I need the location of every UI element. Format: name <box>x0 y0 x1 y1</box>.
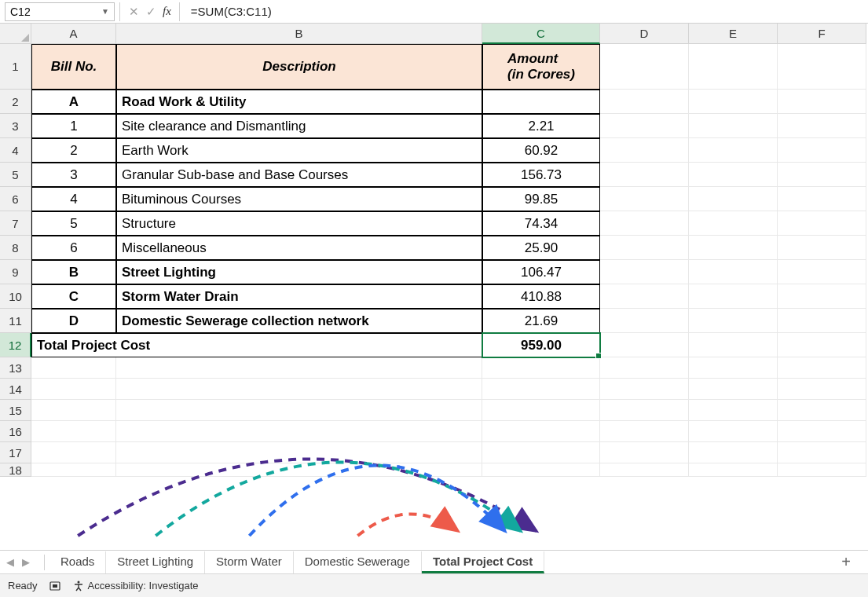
name-box[interactable]: C12 ▼ <box>5 2 115 21</box>
data-amt-8[interactable]: 410.88 <box>482 284 600 309</box>
row-header-7[interactable]: 7 <box>0 211 31 236</box>
data-bill-0[interactable]: A <box>31 90 116 114</box>
empty-cell[interactable] <box>482 379 600 400</box>
empty-cell[interactable] <box>778 379 866 400</box>
empty-cell[interactable] <box>116 379 482 400</box>
cancel-formula-button[interactable]: ✕ <box>125 3 142 20</box>
empty-cell[interactable] <box>600 211 689 236</box>
data-desc-5[interactable]: Structure <box>116 211 482 236</box>
empty-cell[interactable] <box>778 187 866 211</box>
empty-cell[interactable] <box>482 421 600 442</box>
empty-cell[interactable] <box>778 114 866 138</box>
empty-cell[interactable] <box>778 400 866 421</box>
empty-cell[interactable] <box>689 163 778 187</box>
empty-cell[interactable] <box>600 309 689 333</box>
empty-cell[interactable] <box>778 333 866 357</box>
empty-cell[interactable] <box>778 421 866 442</box>
row-header-9[interactable]: 9 <box>0 260 31 284</box>
empty-cell[interactable] <box>600 357 689 379</box>
data-amt-2[interactable]: 60.92 <box>482 138 600 163</box>
empty-cell[interactable] <box>778 163 866 187</box>
empty-cell[interactable] <box>600 442 689 463</box>
empty-cell[interactable] <box>778 44 866 90</box>
empty-cell[interactable] <box>482 463 600 477</box>
empty-cell[interactable] <box>31 357 116 379</box>
empty-cell[interactable] <box>689 236 778 260</box>
sheet-tab-roads[interactable]: Roads <box>49 551 106 573</box>
sheet-tab-storm-water[interactable]: Storm Water <box>205 551 294 573</box>
empty-cell[interactable] <box>600 421 689 442</box>
tab-nav-arrows[interactable]: ◀ ▶ <box>6 556 44 568</box>
data-bill-2[interactable]: 2 <box>31 138 116 163</box>
data-amt-7[interactable]: 106.47 <box>482 260 600 284</box>
row-header-14[interactable]: 14 <box>0 379 31 400</box>
data-bill-4[interactable]: 4 <box>31 187 116 211</box>
empty-cell[interactable] <box>482 357 600 379</box>
empty-cell[interactable] <box>600 90 689 114</box>
empty-cell[interactable] <box>689 463 778 477</box>
empty-cell[interactable] <box>689 90 778 114</box>
row-header-12[interactable]: 12 <box>0 333 31 357</box>
data-desc-0[interactable]: Road Work & Utility <box>116 90 482 114</box>
empty-cell[interactable] <box>689 421 778 442</box>
empty-cell[interactable] <box>31 463 116 477</box>
data-amt-1[interactable]: 2.21 <box>482 114 600 138</box>
empty-cell[interactable] <box>778 90 866 114</box>
row-header-17[interactable]: 17 <box>0 442 31 463</box>
select-all-corner[interactable] <box>0 24 31 44</box>
row-header-1[interactable]: 1 <box>0 44 31 90</box>
header-description[interactable]: Description <box>116 44 482 90</box>
data-amt-6[interactable]: 25.90 <box>482 236 600 260</box>
data-desc-3[interactable]: Granular Sub-base and Base Courses <box>116 163 482 187</box>
fx-icon[interactable]: fx <box>163 5 171 18</box>
total-value[interactable]: 959.00 <box>482 333 600 357</box>
data-bill-8[interactable]: C <box>31 284 116 309</box>
data-desc-7[interactable]: Street Lighting <box>116 260 482 284</box>
row-header-5[interactable]: 5 <box>0 163 31 187</box>
column-header-A[interactable]: A <box>31 24 116 44</box>
column-header-F[interactable]: F <box>778 24 866 44</box>
column-header-B[interactable]: B <box>116 24 482 44</box>
column-header-E[interactable]: E <box>689 24 778 44</box>
empty-cell[interactable] <box>689 379 778 400</box>
empty-cell[interactable] <box>689 400 778 421</box>
data-amt-3[interactable]: 156.73 <box>482 163 600 187</box>
data-amt-9[interactable]: 21.69 <box>482 309 600 333</box>
empty-cell[interactable] <box>689 357 778 379</box>
accessibility-status[interactable]: Accessibility: Investigate <box>72 580 199 592</box>
empty-cell[interactable] <box>778 309 866 333</box>
empty-cell[interactable] <box>689 187 778 211</box>
empty-cell[interactable] <box>116 421 482 442</box>
empty-cell[interactable] <box>600 333 689 357</box>
empty-cell[interactable] <box>482 400 600 421</box>
empty-cell[interactable] <box>689 309 778 333</box>
row-header-6[interactable]: 6 <box>0 187 31 211</box>
empty-cell[interactable] <box>600 236 689 260</box>
empty-cell[interactable] <box>689 114 778 138</box>
column-header-D[interactable]: D <box>600 24 689 44</box>
cells-area[interactable]: Bill No.DescriptionAmount (in Crores)ARo… <box>31 44 866 477</box>
accept-formula-button[interactable]: ✓ <box>142 3 159 20</box>
data-desc-8[interactable]: Storm Water Drain <box>116 284 482 309</box>
empty-cell[interactable] <box>600 284 689 309</box>
empty-cell[interactable] <box>116 442 482 463</box>
empty-cell[interactable] <box>778 463 866 477</box>
data-amt-4[interactable]: 99.85 <box>482 187 600 211</box>
data-desc-9[interactable]: Domestic Sewerage collection network <box>116 309 482 333</box>
empty-cell[interactable] <box>31 379 116 400</box>
empty-cell[interactable] <box>600 163 689 187</box>
header-amount[interactable]: Amount (in Crores) <box>482 44 600 90</box>
column-header-C[interactable]: C <box>482 24 600 44</box>
empty-cell[interactable] <box>600 379 689 400</box>
row-header-11[interactable]: 11 <box>0 309 31 333</box>
empty-cell[interactable] <box>600 187 689 211</box>
empty-cell[interactable] <box>778 236 866 260</box>
row-header-4[interactable]: 4 <box>0 138 31 163</box>
data-bill-9[interactable]: D <box>31 309 116 333</box>
header-bill-no[interactable]: Bill No. <box>31 44 116 90</box>
empty-cell[interactable] <box>689 442 778 463</box>
empty-cell[interactable] <box>600 260 689 284</box>
data-desc-2[interactable]: Earth Work <box>116 138 482 163</box>
tab-next-icon[interactable]: ▶ <box>22 556 30 568</box>
row-header-13[interactable]: 13 <box>0 357 31 379</box>
